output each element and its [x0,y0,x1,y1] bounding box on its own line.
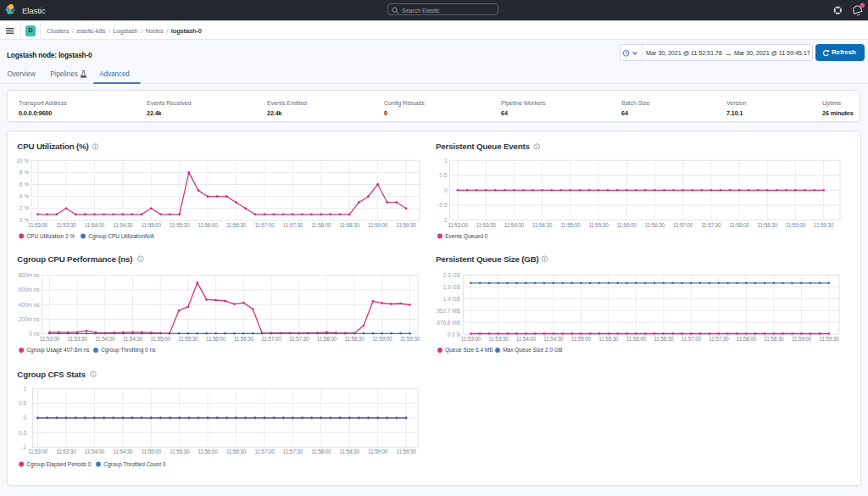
svg-text:Cgroup Usage 407.6m ns: Cgroup Usage 407.6m ns [26,347,90,354]
svg-text:-1: -1 [21,444,26,450]
svg-text:Queue Size 6.4 MB: Queue Size 6.4 MB [445,347,492,354]
svg-text:1.9 GB: 1.9 GB [443,284,460,290]
svg-text:11:54:00: 11:54:00 [516,336,537,342]
svg-text:11:59:00: 11:59:00 [786,222,806,228]
svg-text:Cgroup Throttling 0 ns: Cgroup Throttling 0 ns [101,347,156,354]
svg-text:11:59:30: 11:59:30 [400,336,420,342]
svg-text:11:59:30: 11:59:30 [814,222,834,228]
svg-text:11:58:00: 11:58:00 [729,222,749,228]
svg-text:200m ns: 200m ns [19,316,41,322]
svg-text:400m ns: 400m ns [19,302,41,308]
svg-text:11:53:00: 11:53:00 [28,222,48,228]
svg-text:11:53:00: 11:53:00 [448,222,468,228]
svg-text:Max Queue Size 2.0 GB: Max Queue Size 2.0 GB [503,347,562,354]
svg-text:11:58:30: 11:58:30 [340,449,360,454]
svg-text:11:56:30: 11:56:30 [234,336,254,342]
svg-text:11:56:00: 11:56:00 [198,222,218,228]
svg-text:1: 1 [444,158,448,164]
svg-text:11:56:30: 11:56:30 [226,222,247,228]
svg-text:11:55:30: 11:55:30 [170,222,190,228]
svg-text:11:58:00: 11:58:00 [311,222,331,228]
svg-text:11:56:00: 11:56:00 [206,336,226,342]
svg-text:0.5: 0.5 [19,400,26,406]
svg-text:11:57:30: 11:57:30 [701,222,721,228]
svg-text:11:55:00: 11:55:00 [560,222,581,228]
svg-text:Cgroup Throttled Count 0: Cgroup Throttled Count 0 [103,461,166,468]
svg-text:Cgroup Elapsed Periods 0: Cgroup Elapsed Periods 0 [26,461,91,468]
svg-text:11:59:30: 11:59:30 [396,222,416,228]
svg-text:Events Queued 0: Events Queued 0 [445,233,488,240]
svg-text:11:54:30: 11:54:30 [543,336,564,342]
svg-text:2.3 GB: 2.3 GB [443,272,460,278]
svg-text:11:54:30: 11:54:30 [123,336,143,342]
svg-text:11:59:00: 11:59:00 [368,222,388,228]
svg-text:-0.5: -0.5 [17,430,27,436]
svg-text:Persistent Queue Size (GB): Persistent Queue Size (GB) [436,254,539,264]
svg-text:0 ns: 0 ns [29,331,40,337]
svg-text:4 %: 4 % [19,193,29,199]
svg-text:Cgroup CPU Performance (ns): Cgroup CPU Performance (ns) [17,254,132,264]
svg-text:11:55:30: 11:55:30 [178,336,198,342]
svg-text:11:54:30: 11:54:30 [113,222,133,228]
svg-text:0.0 B: 0.0 B [448,332,460,337]
svg-text:11:57:00: 11:57:00 [254,449,275,454]
svg-text:11:55:00: 11:55:00 [142,222,162,228]
svg-text:11:55:30: 11:55:30 [170,449,190,454]
svg-text:-1: -1 [442,217,448,223]
svg-text:953.7 MB: 953.7 MB [437,308,460,314]
svg-text:11:54:30: 11:54:30 [532,222,553,228]
svg-text:11:59:00: 11:59:00 [368,449,388,454]
svg-text:11:53:30: 11:53:30 [56,449,76,454]
svg-text:11:55:00: 11:55:00 [571,336,592,342]
svg-text:600m ns: 600m ns [19,287,41,293]
svg-text:11:54:30: 11:54:30 [113,449,133,454]
svg-text:Cgroup CPU UtilizationN/A: Cgroup CPU UtilizationN/A [88,233,154,240]
svg-text:11:57:30: 11:57:30 [289,336,309,342]
svg-text:10 %: 10 % [16,158,29,164]
svg-text:11:56:30: 11:56:30 [645,222,665,228]
svg-text:11:57:00: 11:57:00 [673,222,693,228]
svg-text:11:57:30: 11:57:30 [283,222,303,228]
svg-text:11:58:30: 11:58:30 [344,336,364,342]
svg-text:11:58:00: 11:58:00 [311,449,331,454]
svg-text:CPU Utilization (%): CPU Utilization (%) [17,142,88,151]
svg-text:1.4 GB: 1.4 GB [443,296,460,302]
svg-text:11:57:30: 11:57:30 [709,336,729,342]
svg-text:11:53:00: 11:53:00 [40,336,60,342]
svg-text:11:54:00: 11:54:00 [504,222,525,228]
svg-text:-0.5: -0.5 [437,202,448,208]
svg-text:11:55:30: 11:55:30 [588,222,609,228]
svg-text:11:53:00: 11:53:00 [461,336,481,342]
svg-text:800m ns: 800m ns [19,272,41,278]
svg-text:11:56:00: 11:56:00 [198,449,218,454]
svg-text:11:58:00: 11:58:00 [317,336,337,342]
svg-text:11:58:30: 11:58:30 [340,222,360,228]
svg-text:11:53:30: 11:53:30 [488,336,509,342]
svg-text:11:54:00: 11:54:00 [85,449,105,454]
svg-text:11:55:00: 11:55:00 [142,449,162,454]
svg-text:2 %: 2 % [19,205,29,211]
svg-text:CPU Utilization 2 %: CPU Utilization 2 % [26,233,75,239]
svg-text:11:57:00: 11:57:00 [261,336,281,342]
svg-text:11:56:00: 11:56:00 [617,222,637,228]
svg-text:Cgroup CFS Stats: Cgroup CFS Stats [17,370,86,379]
svg-text:0: 0 [23,415,26,421]
svg-text:11:56:30: 11:56:30 [654,336,674,342]
svg-text:11:53:30: 11:53:30 [67,336,87,342]
svg-text:11:58:30: 11:58:30 [764,336,784,342]
svg-text:11:59:30: 11:59:30 [819,336,839,342]
svg-text:Persistent Queue Events: Persistent Queue Events [436,142,531,151]
svg-text:0: 0 [444,187,448,193]
svg-text:11:58:00: 11:58:00 [737,336,757,342]
svg-text:11:54:00: 11:54:00 [95,336,115,342]
svg-text:11:57:30: 11:57:30 [283,449,303,454]
svg-text:8 %: 8 % [19,170,29,176]
svg-text:11:55:00: 11:55:00 [151,336,171,342]
svg-text:11:57:00: 11:57:00 [682,336,702,342]
svg-text:11:55:30: 11:55:30 [598,336,619,342]
svg-text:11:56:30: 11:56:30 [226,449,247,454]
svg-text:11:57:00: 11:57:00 [254,222,275,228]
svg-text:11:59:00: 11:59:00 [372,336,392,342]
svg-text:1: 1 [23,386,26,392]
svg-text:11:53:30: 11:53:30 [476,222,497,228]
